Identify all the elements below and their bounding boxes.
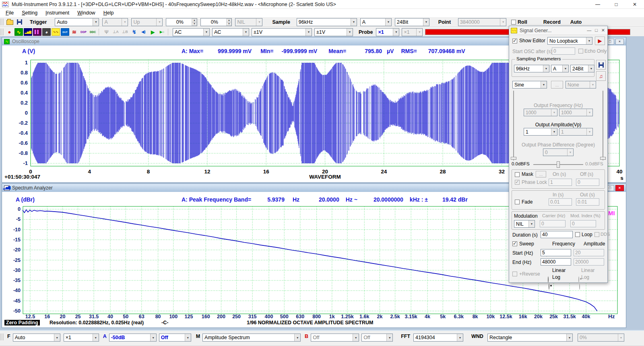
siggen-minimize-button[interactable]: — <box>587 28 591 33</box>
channel-b-persistence-combo[interactable]: Off▼ <box>361 334 393 342</box>
x-tick-label: 16 <box>44 314 50 319</box>
trigger-level-spinner[interactable]: 0%▲▼ <box>166 18 197 26</box>
play-icon[interactable]: ▶ <box>149 28 157 36</box>
menu-setting[interactable]: Setting <box>18 9 41 16</box>
derived-data-curve-icon[interactable]: ≋ <box>70 28 78 36</box>
siggen-maximize-button[interactable]: □ <box>595 28 598 33</box>
close-button[interactable]: ✕ <box>625 0 644 9</box>
output-amplitude-label: Output Amplitude(Vp) <box>517 122 599 128</box>
probe-a-combo[interactable]: ×1▼ <box>376 28 399 36</box>
ddp-viewer-icon[interactable]: DDP <box>79 28 88 36</box>
trigger-delay-spinner[interactable]: 0%▲▼ <box>200 18 232 26</box>
fade-checkbox[interactable] <box>515 200 520 204</box>
frequency-slider-b[interactable] <box>601 91 605 161</box>
loopback-combo[interactable]: No Loopback ▼ <box>547 37 592 45</box>
siggen-play-button[interactable]: ▶ <box>595 37 605 45</box>
spin-up-icon[interactable]: ▲ <box>226 19 231 22</box>
spin-up-icon[interactable]: ▲ <box>192 19 197 22</box>
trigger-mode-combo[interactable]: Auto▼ <box>55 18 99 26</box>
window-function-combo[interactable]: Rectangle▼ <box>487 334 573 342</box>
sampling-bits-combo[interactable]: 24Bit▼ <box>395 18 429 26</box>
x-tick-label: 10k <box>486 314 495 319</box>
range-b-combo[interactable]: ±1V▼ <box>314 28 353 36</box>
record-button[interactable]: Record <box>543 18 561 26</box>
chevron-down-icon: ▼ <box>203 29 209 36</box>
frequency-range-combo[interactable]: Auto▼ <box>13 334 60 342</box>
channel-a-persistence-combo[interactable]: Off▼ <box>159 334 191 342</box>
mask-checkbox[interactable] <box>515 172 520 177</box>
record-run-icon[interactable]: ● <box>5 28 14 36</box>
minimize-button[interactable]: — <box>588 0 607 9</box>
multimeter-icon[interactable]: ◕ <box>42 28 51 36</box>
siggen-music-button[interactable]: ♫ <box>596 71 606 81</box>
play-record-icon[interactable]: ▶○ <box>158 28 166 36</box>
slider-thumb[interactable] <box>557 161 560 168</box>
coupling-a-combo[interactable]: AC▼ <box>173 28 210 36</box>
sound-output-icon[interactable]: ◀) <box>139 28 148 36</box>
save-file-icon[interactable] <box>17 19 22 25</box>
spectrum-control-bar: FAuto▼×1▼A-50dB▼Off▼MAmplitude Spectrum▼… <box>0 330 644 346</box>
frequency-zoom-combo[interactable]: ×1▼ <box>64 334 99 342</box>
sweep-end-a-input[interactable]: 48000 <box>541 258 571 266</box>
channel-a-range-combo[interactable]: -50dB▼ <box>109 334 157 342</box>
balance-slider[interactable] <box>533 161 583 168</box>
dut-icon[interactable]: DUT <box>61 28 69 36</box>
channel-b-range-combo[interactable]: Off▼ <box>311 334 359 342</box>
slider-thumb[interactable] <box>511 157 516 160</box>
chevron-down-icon: ▼ <box>347 29 353 36</box>
loop-checkbox[interactable] <box>575 232 580 237</box>
sweep-checkbox[interactable] <box>512 241 517 246</box>
chevron-down-icon: ▼ <box>93 334 99 341</box>
sweep-start-a-input[interactable]: 5 <box>541 249 571 256</box>
spectrum-close-button[interactable]: × <box>615 185 624 191</box>
device-test-plan-icon[interactable]: ∿∿ <box>52 28 60 36</box>
ddc-icon[interactable]: DDC <box>89 28 97 36</box>
analysis-mode-combo[interactable]: Amplitude Spectrum▼ <box>202 334 301 342</box>
siggen-channel-combo[interactable]: A ▼ <box>551 65 569 72</box>
frequency-range-combo-value: Auto <box>13 335 54 340</box>
x-tick-label: 160 <box>202 314 210 319</box>
menu-window[interactable]: Window <box>73 9 99 16</box>
spin-down-icon[interactable]: ▼ <box>226 22 231 26</box>
menu-file[interactable]: File <box>2 9 18 16</box>
siggen-bits-combo[interactable]: 24Bit ▼ <box>570 65 594 72</box>
range-a-combo[interactable]: ±1V▼ <box>252 28 312 36</box>
oscilloscope-icon[interactable]: ∿ <box>14 28 23 36</box>
chevron-down-icon: ▼ <box>294 334 300 341</box>
output-frequency-label: Output Frequency (Hz) <box>517 103 599 108</box>
slider-thumb[interactable] <box>600 157 606 160</box>
amplitude-a-combo[interactable]: 1 ▼ <box>524 128 557 136</box>
sampling-channel-combo[interactable]: A▼ <box>360 18 392 26</box>
auto-button[interactable]: Auto <box>570 18 582 26</box>
menu-help[interactable]: Help <box>99 9 118 16</box>
duration-input[interactable]: 40 <box>541 231 573 238</box>
oscilloscope-close-button[interactable]: × <box>615 39 624 45</box>
modulation-type-combo[interactable]: NIL ▼ <box>514 220 535 228</box>
x-tick-label: 200 <box>217 314 225 319</box>
show-editor-checkbox[interactable] <box>512 39 517 43</box>
siggen-close-button[interactable]: ✕ <box>601 28 605 33</box>
spin-down-icon[interactable]: ▼ <box>192 22 197 26</box>
signal-generator-icon[interactable]: ▌▌ <box>33 28 41 36</box>
signal-generator-titlebar[interactable]: ∿∿ Signal Gener... — □ ✕ <box>509 26 607 35</box>
waveform-type-combo[interactable]: Sine ▼ <box>512 81 547 89</box>
coupling-b-combo[interactable]: AC▼ <box>212 28 249 36</box>
sweep-log-radio[interactable] <box>549 283 549 290</box>
maximize-button[interactable]: □ <box>607 0 625 9</box>
roll-checkbox[interactable]: Roll <box>511 19 527 25</box>
sweep-linear-radio[interactable] <box>548 276 549 283</box>
open-file-icon[interactable] <box>6 20 13 25</box>
oscilloscope-window-icon: ∿ <box>4 39 10 44</box>
spectrum-analyzer-icon[interactable]: ▂▅▇ <box>24 28 32 36</box>
frequency-slider-a[interactable] <box>512 91 516 161</box>
chevron-down-icon: ▼ <box>305 29 312 36</box>
chevron-down-icon: ▼ <box>541 81 547 88</box>
fft-size-combo[interactable]: 4194304▼ <box>413 334 463 342</box>
siggen-save-button[interactable] <box>596 60 606 70</box>
menu-instrument[interactable]: Instrument <box>41 9 73 16</box>
probe-calibration-icon[interactable]: ↯ <box>130 28 138 36</box>
sweep-log-label: Log <box>552 274 560 280</box>
sampling-rate-combo[interactable]: 96kHz▼ <box>297 18 357 26</box>
siggen-rate-combo[interactable]: 96kHz ▼ <box>514 65 549 72</box>
y-tick-label: -45 <box>13 298 21 304</box>
